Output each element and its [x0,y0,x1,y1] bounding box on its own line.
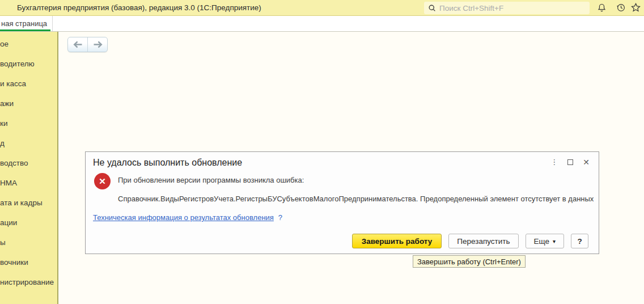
dialog-buttons: Завершить работу Перезапустить Еще ▾ ? [352,234,588,248]
title-bar: Бухгалтерия предприятия (базовая), редак… [0,0,644,16]
dialog-menu-icon[interactable]: ⋮ [550,158,558,166]
app-title: Бухгалтерия предприятия (базовая), редак… [17,3,261,12]
restart-button[interactable]: Перезапустить [448,234,518,248]
tab-home-label: ная страница [1,19,47,28]
sidebar-item-purchases[interactable]: ки [0,113,57,133]
sidebar-item-warehouse[interactable]: д [0,133,57,153]
sidebar-item-administration[interactable]: нистрирование [0,272,57,292]
search-input[interactable] [439,4,590,12]
global-search[interactable] [424,2,590,14]
history-icon[interactable] [611,0,630,15]
finish-work-tooltip: Завершить работу (Ctrl+Enter) [413,255,526,268]
back-button[interactable] [68,37,88,52]
history-nav-buttons [67,37,108,52]
titlebar-icons [592,0,644,15]
error-message-detail: Справочник.ВидыРегистровУчета.РегистрыБУ… [118,195,594,203]
sidebar-item-reports[interactable]: ы [0,233,57,252]
dialog-title: Не удалось выполнить обновление [93,158,242,168]
forward-arrow-icon [93,41,103,48]
sidebar-item-operations[interactable]: ации [0,213,57,233]
finish-work-button[interactable]: Завершить работу [352,234,442,248]
sidebar-item-fixed-assets[interactable]: НМА [0,173,57,193]
back-arrow-icon [73,41,83,48]
sidebar-item-manager[interactable]: водителю [0,54,57,74]
update-error-dialog: Не удалось выполнить обновление ⋮ ✕ ✕ Пр… [85,151,599,254]
forward-button[interactable] [88,37,107,52]
tab-home-page[interactable]: ная страница [0,16,53,31]
tab-bar: ная страница [0,16,644,31]
dialog-maximize-icon[interactable] [567,159,573,165]
error-message-intro: При обновлении версии программы возникла… [118,176,304,184]
more-button[interactable]: Еще ▾ [526,234,565,248]
search-icon [428,4,437,12]
error-icon: ✕ [94,173,111,189]
sidebar-item-salary-hr[interactable]: ата и кадры [0,193,57,213]
sidebar-item-directories[interactable]: вочники [0,252,57,272]
help-button[interactable]: ? [571,234,588,248]
tech-info-help-icon[interactable]: ? [278,213,282,222]
sidebar-item-bank-cash[interactable]: и касса [0,74,57,94]
sidebar-item-sales[interactable]: ажи [0,94,57,113]
dialog-window-controls: ⋮ ✕ [550,158,590,166]
tech-info-link[interactable]: Техническая информация о результатах обн… [93,213,274,222]
sidebar-item-main[interactable]: ое [0,34,57,54]
favorites-star-icon[interactable] [630,0,644,15]
active-tab-underline [0,29,50,31]
dialog-close-icon[interactable]: ✕ [583,158,590,166]
sections-sidebar: ое водителю и касса ажи ки д водство НМА… [0,32,58,304]
notifications-bell-icon[interactable] [592,0,611,15]
tech-info-row: Техническая информация о результатах обн… [93,213,282,222]
chevron-down-icon: ▾ [553,238,556,244]
sidebar-item-production[interactable]: водство [0,153,57,173]
